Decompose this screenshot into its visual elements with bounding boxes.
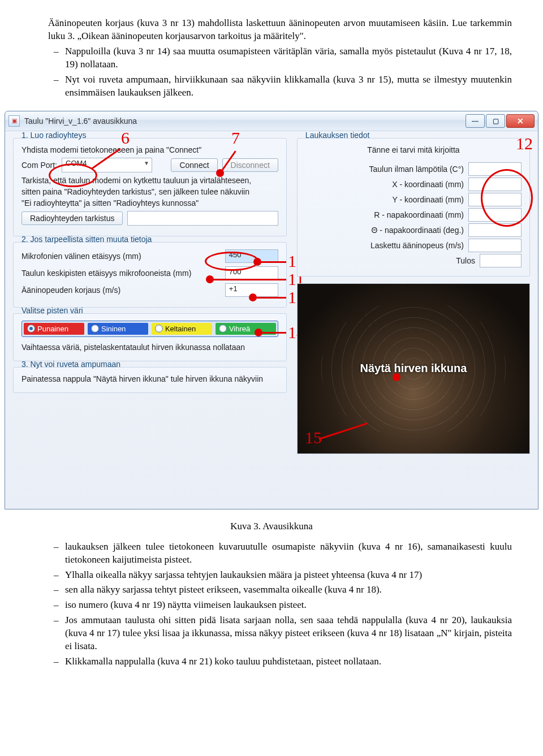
theta-label: Θ - napakoordinaati (deg.)	[372, 226, 464, 235]
result-label: Tulos	[456, 256, 475, 265]
group-settings: 2. Jos tarpeellista sitten muuta tietoja…	[13, 242, 287, 308]
app-icon: ▣	[8, 115, 20, 127]
group-title: Laukauksen tiedot	[303, 131, 522, 140]
speed-value	[468, 239, 522, 252]
temp-label: Taulun ilman lämpötila (C°)	[369, 165, 464, 174]
radiocheck-button[interactable]: Radioyhteyden tarkistus	[21, 211, 123, 225]
doc-bullet: Klikkamalla nappulalla (kuva 4 nr 21) ko…	[48, 655, 512, 668]
app-window: ▣ Taulu "Hirvi_v_1.6" avausikkuna ― ▢ ✕ …	[5, 111, 538, 509]
doc-top-para: Ääninopeuten korjaus (kuva 3 nr 13) mahd…	[48, 18, 512, 41]
instruction-text: Yhdista modemi tietokoneeseen ja paina "…	[21, 145, 278, 154]
close-button[interactable]: ✕	[506, 114, 535, 128]
x-label: X - koordinaati (mm)	[392, 180, 464, 189]
disconnect-button[interactable]: Disconnect	[222, 158, 278, 172]
window-title: Taulu "Hirvi_v_1.6" avausikkuna	[24, 116, 464, 126]
group-shot-info: Laukauksen tiedot Tänne ei tarvi mitä ki…	[297, 138, 530, 277]
instruction-text: "Ei radioyhteytta" ja sitten "Radioyhtey…	[21, 198, 278, 208]
minimize-button[interactable]: ―	[466, 114, 485, 128]
group-title: 3. Nyt voi ruveta ampumaan	[19, 360, 278, 369]
color-red-radio[interactable]: Punainen	[24, 323, 84, 335]
doc-bullet: Nappuloilla (kuva 3 nr 14) saa muutta os…	[48, 45, 512, 71]
shoot-note: Painatessa nappula "Näytä hirven ikkuna"…	[21, 374, 278, 383]
radio-icon	[27, 325, 35, 332]
group-color: Valitse pisten väri Punainen Sininen	[13, 313, 287, 361]
radio-icon	[155, 325, 163, 332]
doc-bullet: laukauksen jälkeen tulee tietokoneen kuv…	[48, 541, 512, 567]
center-distance-label: Taulun keskipisten etäisyys mikrofooneis…	[21, 269, 221, 278]
r-label: R - napakoordinaati (mm)	[374, 210, 464, 219]
result-value	[480, 254, 522, 267]
doc-bullet: Nyt voi ruveta ampumaan, hirviikkunaan s…	[48, 74, 512, 100]
group-radio-connection: 1. Luo radioyhteys Yhdista modemi tietok…	[13, 138, 287, 236]
comport-label: Com Port:	[21, 161, 57, 170]
titlebar[interactable]: ▣ Taulu "Hirvi_v_1.6" avausikkuna ― ▢ ✕	[5, 111, 538, 131]
group-title: 2. Jos tarpeellista sitten muuta tietoja	[19, 235, 278, 244]
group-title: Valitse pisten väri	[19, 306, 278, 315]
color-label: Sininen	[101, 325, 126, 333]
radiocheck-output	[127, 211, 278, 226]
radio-icon	[219, 325, 227, 332]
maximize-button[interactable]: ▢	[486, 114, 505, 128]
speed-correction-label: Ääninopeuden korjaus (m/s)	[21, 286, 221, 295]
doc-bullet: Ylhalla oikealla näkyy sarjassa tehtyjen…	[48, 569, 512, 582]
figure-caption: Kuva 3. Avausikkuna	[0, 521, 543, 532]
color-label: Vihreä	[229, 325, 250, 333]
group-shoot: 3. Nyt voi ruveta ampumaan Painatessa na…	[13, 367, 287, 393]
connect-button[interactable]: Connect	[171, 158, 217, 172]
group-title: 1. Luo radioyhteys	[19, 131, 278, 140]
mic-distance-label: Mikrofonien välinen etäisyys (mm)	[21, 252, 221, 261]
doc-bullet: iso numero (kuva 4 nr 19) näytta viimeis…	[48, 599, 512, 612]
doc-bullet: sen alla näkyy sarjassa tehtyt pisteet e…	[48, 584, 512, 597]
color-note: Vaihtaessa väriä, pistelaskentataulut hi…	[21, 343, 278, 352]
y-label: Y - koordinaati (mm)	[392, 195, 464, 204]
instruction-text: sitten paina "Radioyhteyden tarkistus", …	[21, 187, 278, 196]
doc-bullet: Jos ammutaan taulusta ohi sitten pidä li…	[48, 614, 512, 653]
color-label: Punainen	[37, 325, 68, 333]
radio-icon	[91, 325, 99, 332]
color-yellow-radio[interactable]: Keltainen	[152, 323, 212, 335]
speed-label: Laskettu ääninopeus (m/s)	[370, 241, 464, 250]
color-blue-radio[interactable]: Sininen	[88, 323, 148, 335]
color-label: Keltainen	[165, 325, 196, 333]
moose-window-button[interactable]: Näytä hirven ikkuna	[297, 283, 530, 454]
shot-info-note: Tänne ei tarvi mitä kirjoitta	[305, 145, 522, 154]
moose-button-label: Näytä hirven ikkuna	[360, 362, 467, 375]
